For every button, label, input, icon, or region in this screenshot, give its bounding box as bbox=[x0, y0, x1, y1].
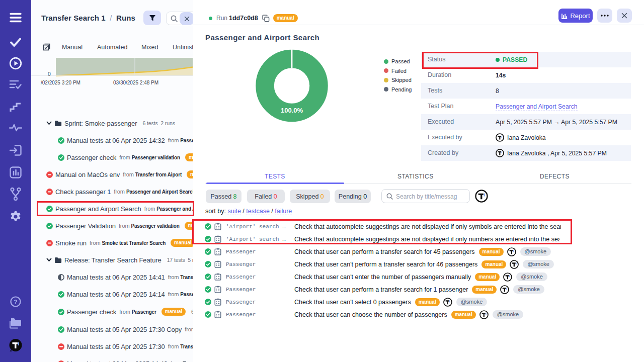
svg-text:?: ? bbox=[14, 299, 17, 306]
svg-text:100.0%: 100.0% bbox=[281, 107, 303, 114]
